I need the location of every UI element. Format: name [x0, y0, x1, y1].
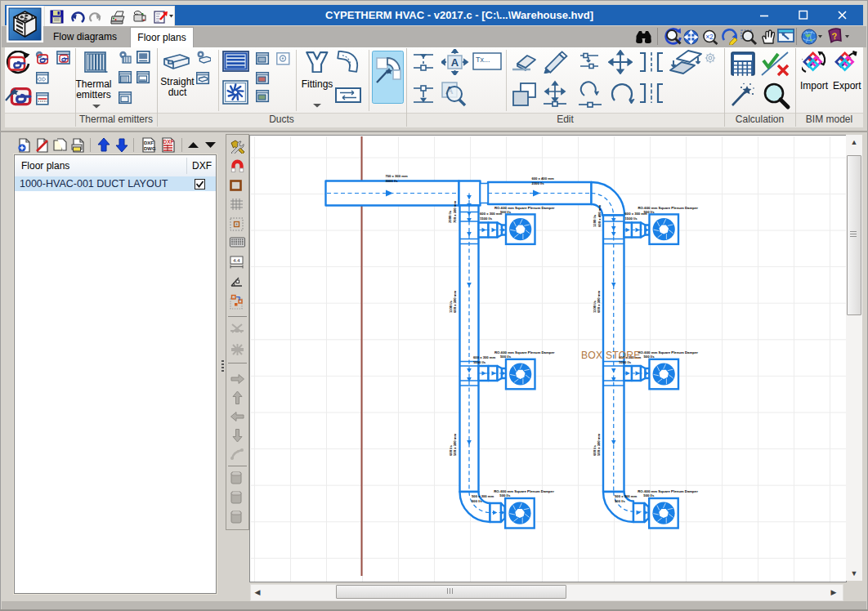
svg-text:×2: ×2	[705, 33, 714, 41]
svg-text:Tx...: Tx...	[476, 56, 490, 64]
svg-text:500 x 300 mm: 500 x 300 mm	[453, 433, 457, 456]
svg-text:A: A	[451, 56, 459, 69]
svg-text:500 l/s: 500 l/s	[615, 499, 625, 503]
svg-text:BOX STORE: BOX STORE	[581, 350, 641, 361]
svg-text:600 x 300 mm: 600 x 300 mm	[625, 212, 648, 216]
svg-text:3000 l/s: 3000 l/s	[385, 179, 398, 183]
svg-text:1500 l/s: 1500 l/s	[480, 216, 493, 221]
svg-text:2300 l/s: 2300 l/s	[531, 181, 544, 185]
svg-text:4.4: 4.4	[233, 258, 240, 263]
svg-text:600 l/s: 600 l/s	[593, 445, 597, 456]
svg-text:500 l/s: 500 l/s	[643, 355, 655, 359]
svg-text:1100 l/s: 1100 l/s	[449, 300, 453, 313]
svg-text:1100 l/s: 1100 l/s	[593, 300, 597, 313]
svg-text:600 x 300 mm: 600 x 300 mm	[597, 290, 601, 313]
svg-text:DWG: DWG	[144, 146, 156, 151]
svg-text:500 l/s: 500 l/s	[472, 499, 482, 503]
svg-text:600 x 300 mm: 600 x 300 mm	[480, 212, 503, 216]
svg-text:600 x 400 mm: 600 x 400 mm	[531, 176, 554, 181]
svg-text:DXF: DXF	[144, 140, 154, 145]
svg-text:600 l/s: 600 l/s	[449, 445, 453, 456]
svg-text:2000 l/s: 2000 l/s	[448, 210, 452, 223]
svg-text:700 x 300 mm: 700 x 300 mm	[453, 200, 457, 223]
svg-text:600 x 300 mm: 600 x 300 mm	[473, 355, 496, 359]
svg-text:1000 l/s: 1000 l/s	[473, 360, 486, 364]
svg-text:500 x 300 mm: 500 x 300 mm	[472, 494, 494, 498]
svg-text:600 x 300 mm: 600 x 300 mm	[453, 290, 457, 313]
svg-text:1500 l/s: 1500 l/s	[625, 216, 638, 221]
svg-text:500 x 300 mm: 500 x 300 mm	[615, 494, 638, 498]
svg-text:1200 l/s: 1200 l/s	[593, 214, 597, 227]
svg-text:700 x 300 mm: 700 x 300 mm	[385, 174, 408, 178]
svg-text:500 l/s: 500 l/s	[499, 493, 511, 497]
svg-text:DXF: DXF	[163, 139, 174, 145]
svg-text:600 x 400 mm: 600 x 400 mm	[597, 204, 602, 227]
svg-text:500 x 300 mm: 500 x 300 mm	[597, 433, 601, 456]
svg-text:500 l/s: 500 l/s	[500, 355, 512, 359]
svg-text:500 l/s: 500 l/s	[643, 493, 655, 497]
